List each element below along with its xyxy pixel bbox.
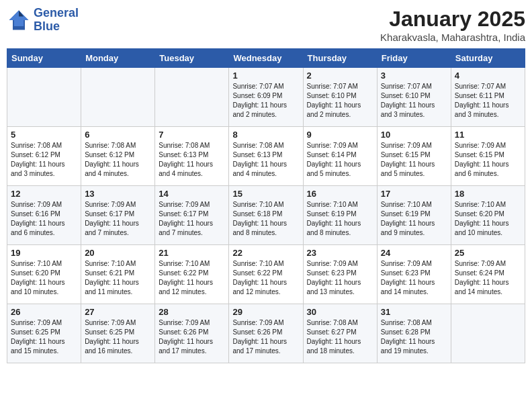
day-number: 25 xyxy=(455,248,521,258)
day-cell: 10Sunrise: 7:09 AM Sunset: 6:15 PM Dayli… xyxy=(377,127,451,186)
day-cell: 13Sunrise: 7:09 AM Sunset: 6:17 PM Dayli… xyxy=(81,186,155,245)
col-header-monday: Monday xyxy=(81,49,155,68)
day-number: 19 xyxy=(11,248,77,258)
day-info: Sunrise: 7:09 AM Sunset: 6:17 PM Dayligh… xyxy=(159,200,225,238)
day-cell: 28Sunrise: 7:09 AM Sunset: 6:26 PM Dayli… xyxy=(155,304,229,363)
day-number: 30 xyxy=(307,307,373,317)
day-info: Sunrise: 7:09 AM Sunset: 6:23 PM Dayligh… xyxy=(381,259,447,297)
col-header-wednesday: Wednesday xyxy=(229,49,303,68)
day-cell xyxy=(7,68,81,127)
day-number: 24 xyxy=(381,248,447,258)
day-number: 22 xyxy=(232,248,299,258)
day-cell: 27Sunrise: 7:09 AM Sunset: 6:25 PM Dayli… xyxy=(81,304,155,363)
day-number: 1 xyxy=(232,71,299,81)
col-header-sunday: Sunday xyxy=(7,49,81,68)
page-header: General Blue January 2025 Kharakvasla, M… xyxy=(7,7,525,43)
col-header-tuesday: Tuesday xyxy=(155,49,229,68)
day-cell: 22Sunrise: 7:10 AM Sunset: 6:22 PM Dayli… xyxy=(229,245,303,304)
logo-line1: General xyxy=(34,7,79,20)
day-info: Sunrise: 7:09 AM Sunset: 6:15 PM Dayligh… xyxy=(455,141,521,179)
day-cell: 25Sunrise: 7:09 AM Sunset: 6:24 PM Dayli… xyxy=(451,245,525,304)
day-info: Sunrise: 7:09 AM Sunset: 6:25 PM Dayligh… xyxy=(11,318,77,356)
day-cell: 16Sunrise: 7:10 AM Sunset: 6:19 PM Dayli… xyxy=(303,186,377,245)
week-row-3: 12Sunrise: 7:09 AM Sunset: 6:16 PM Dayli… xyxy=(7,186,525,245)
week-row-2: 5Sunrise: 7:08 AM Sunset: 6:12 PM Daylig… xyxy=(7,127,525,186)
day-number: 27 xyxy=(85,307,151,317)
day-number: 13 xyxy=(85,189,151,199)
logo: General Blue xyxy=(7,7,79,34)
day-number: 5 xyxy=(11,130,77,140)
day-info: Sunrise: 7:08 AM Sunset: 6:27 PM Dayligh… xyxy=(307,318,373,356)
day-cell: 19Sunrise: 7:10 AM Sunset: 6:20 PM Dayli… xyxy=(7,245,81,304)
day-info: Sunrise: 7:07 AM Sunset: 6:11 PM Dayligh… xyxy=(455,82,521,120)
day-cell: 29Sunrise: 7:09 AM Sunset: 6:26 PM Dayli… xyxy=(229,304,303,363)
day-cell: 18Sunrise: 7:10 AM Sunset: 6:20 PM Dayli… xyxy=(451,186,525,245)
day-info: Sunrise: 7:10 AM Sunset: 6:22 PM Dayligh… xyxy=(232,259,299,297)
week-row-5: 26Sunrise: 7:09 AM Sunset: 6:25 PM Dayli… xyxy=(7,304,525,363)
day-cell: 8Sunrise: 7:08 AM Sunset: 6:13 PM Daylig… xyxy=(229,127,303,186)
day-info: Sunrise: 7:07 AM Sunset: 6:10 PM Dayligh… xyxy=(307,82,373,120)
title-block: January 2025 Kharakvasla, Maharashtra, I… xyxy=(380,7,525,43)
day-cell: 5Sunrise: 7:08 AM Sunset: 6:12 PM Daylig… xyxy=(7,127,81,186)
day-info: Sunrise: 7:07 AM Sunset: 6:10 PM Dayligh… xyxy=(381,82,447,120)
day-cell: 26Sunrise: 7:09 AM Sunset: 6:25 PM Dayli… xyxy=(7,304,81,363)
calendar-table: SundayMondayTuesdayWednesdayThursdayFrid… xyxy=(7,48,525,363)
col-header-thursday: Thursday xyxy=(303,49,377,68)
day-cell: 1Sunrise: 7:07 AM Sunset: 6:09 PM Daylig… xyxy=(229,68,303,127)
day-info: Sunrise: 7:10 AM Sunset: 6:22 PM Dayligh… xyxy=(159,259,225,297)
day-cell xyxy=(451,304,525,363)
day-cell: 2Sunrise: 7:07 AM Sunset: 6:10 PM Daylig… xyxy=(303,68,377,127)
day-number: 4 xyxy=(455,71,521,81)
day-cell: 17Sunrise: 7:10 AM Sunset: 6:19 PM Dayli… xyxy=(377,186,451,245)
day-cell xyxy=(81,68,155,127)
week-row-1: 1Sunrise: 7:07 AM Sunset: 6:09 PM Daylig… xyxy=(7,68,525,127)
day-number: 10 xyxy=(381,130,447,140)
day-cell: 14Sunrise: 7:09 AM Sunset: 6:17 PM Dayli… xyxy=(155,186,229,245)
day-cell: 24Sunrise: 7:09 AM Sunset: 6:23 PM Dayli… xyxy=(377,245,451,304)
day-info: Sunrise: 7:10 AM Sunset: 6:21 PM Dayligh… xyxy=(85,259,151,297)
day-cell: 15Sunrise: 7:10 AM Sunset: 6:18 PM Dayli… xyxy=(229,186,303,245)
day-cell: 6Sunrise: 7:08 AM Sunset: 6:12 PM Daylig… xyxy=(81,127,155,186)
day-cell: 7Sunrise: 7:08 AM Sunset: 6:13 PM Daylig… xyxy=(155,127,229,186)
day-info: Sunrise: 7:08 AM Sunset: 6:13 PM Dayligh… xyxy=(159,141,225,179)
day-cell: 4Sunrise: 7:07 AM Sunset: 6:11 PM Daylig… xyxy=(451,68,525,127)
day-info: Sunrise: 7:09 AM Sunset: 6:16 PM Dayligh… xyxy=(11,200,77,238)
day-number: 20 xyxy=(85,248,151,258)
day-number: 2 xyxy=(307,71,373,81)
day-cell: 9Sunrise: 7:09 AM Sunset: 6:14 PM Daylig… xyxy=(303,127,377,186)
day-info: Sunrise: 7:10 AM Sunset: 6:20 PM Dayligh… xyxy=(455,200,521,238)
day-cell: 12Sunrise: 7:09 AM Sunset: 6:16 PM Dayli… xyxy=(7,186,81,245)
day-cell: 3Sunrise: 7:07 AM Sunset: 6:10 PM Daylig… xyxy=(377,68,451,127)
day-info: Sunrise: 7:09 AM Sunset: 6:15 PM Dayligh… xyxy=(381,141,447,179)
day-info: Sunrise: 7:07 AM Sunset: 6:09 PM Dayligh… xyxy=(232,82,299,120)
day-cell xyxy=(155,68,229,127)
day-number: 7 xyxy=(159,130,225,140)
day-number: 12 xyxy=(11,189,77,199)
page-subtitle: Kharakvasla, Maharashtra, India xyxy=(380,32,525,43)
day-number: 15 xyxy=(232,189,299,199)
day-info: Sunrise: 7:08 AM Sunset: 6:28 PM Dayligh… xyxy=(381,318,447,356)
logo-icon xyxy=(7,8,31,32)
week-row-4: 19Sunrise: 7:10 AM Sunset: 6:20 PM Dayli… xyxy=(7,245,525,304)
day-info: Sunrise: 7:09 AM Sunset: 6:23 PM Dayligh… xyxy=(307,259,373,297)
day-number: 29 xyxy=(232,307,299,317)
day-number: 8 xyxy=(232,130,299,140)
day-number: 26 xyxy=(11,307,77,317)
day-cell: 11Sunrise: 7:09 AM Sunset: 6:15 PM Dayli… xyxy=(451,127,525,186)
day-number: 11 xyxy=(455,130,521,140)
day-number: 31 xyxy=(381,307,447,317)
day-number: 21 xyxy=(159,248,225,258)
day-cell: 30Sunrise: 7:08 AM Sunset: 6:27 PM Dayli… xyxy=(303,304,377,363)
day-info: Sunrise: 7:09 AM Sunset: 6:25 PM Dayligh… xyxy=(85,318,151,356)
day-number: 3 xyxy=(381,71,447,81)
day-number: 23 xyxy=(307,248,373,258)
day-cell: 23Sunrise: 7:09 AM Sunset: 6:23 PM Dayli… xyxy=(303,245,377,304)
day-info: Sunrise: 7:10 AM Sunset: 6:20 PM Dayligh… xyxy=(11,259,77,297)
day-info: Sunrise: 7:09 AM Sunset: 6:26 PM Dayligh… xyxy=(159,318,225,356)
day-info: Sunrise: 7:08 AM Sunset: 6:12 PM Dayligh… xyxy=(11,141,77,179)
calendar-header-row: SundayMondayTuesdayWednesdayThursdayFrid… xyxy=(7,49,525,68)
col-header-saturday: Saturday xyxy=(451,49,525,68)
day-number: 18 xyxy=(455,189,521,199)
logo-line2: Blue xyxy=(34,20,79,34)
day-cell: 21Sunrise: 7:10 AM Sunset: 6:22 PM Dayli… xyxy=(155,245,229,304)
